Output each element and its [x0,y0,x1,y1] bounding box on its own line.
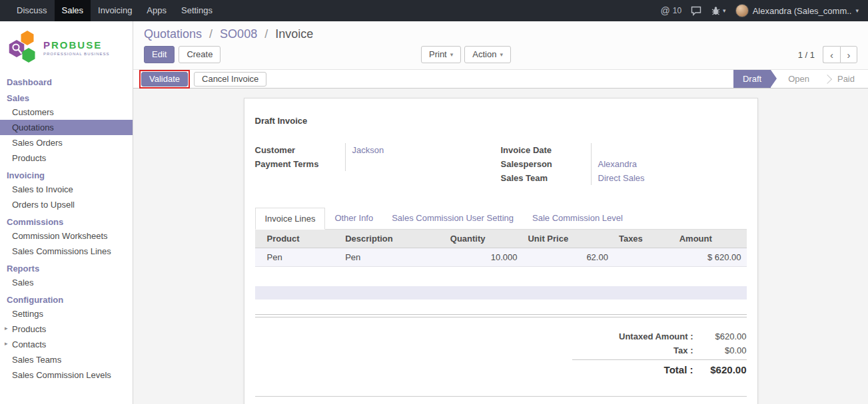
column-header-product: Product [255,230,340,248]
sidebar-item-products[interactable]: Products [0,150,133,166]
sidebar-item-label: Contacts [12,339,46,349]
mention-counter[interactable]: @ 10 [661,5,682,16]
logo-subtitle: PROFESSIONAL BUSINESS [43,52,109,56]
line-quantity: 10.000 [445,248,523,267]
breadcrumb-so008[interactable]: SO008 [220,27,257,41]
salesperson-value[interactable]: Alexandra [591,157,747,171]
caret-down-icon: ▾ [450,49,454,60]
menu-sales[interactable]: Sales [55,0,91,21]
create-button[interactable]: Create [179,46,220,63]
line-taxes [614,248,674,267]
sidebar-heading-invoicing[interactable]: Invoicing [0,169,133,182]
caret-down-icon: ▾ [500,49,503,60]
column-header-quantity: Quantity [445,230,523,248]
empty-line-band [255,286,747,300]
messages-icon[interactable] [691,6,701,16]
line-amount: $ 620.00 [674,248,747,267]
pager: 1 / 1 ‹ › [798,46,857,63]
column-header-unit-price: Unit Price [522,230,613,248]
sidebar-heading-configuration[interactable]: Configuration [0,294,133,306]
sidebar-heading-reports[interactable]: Reports [0,262,133,275]
app-window: Discuss Sales Invoicing Apps Settings @ … [0,0,868,404]
control-panel: Quotations / SO008 / Invoice Edit Create… [133,21,868,69]
breadcrumb-quotations[interactable]: Quotations [144,27,202,41]
status-paid[interactable]: Paid [819,70,864,88]
column-header-taxes: Taxes [614,230,674,248]
sidebar-heading-commissions[interactable]: Commissions [0,216,133,228]
sidebar-item-config-contacts[interactable]: ▸ Contacts [0,337,133,352]
sidebar-item-commission-worksheets[interactable]: Commission Worksheets [0,228,133,244]
invoice-state-title: Draft Invoice [255,116,747,126]
pager-previous-button[interactable]: ‹ [823,46,840,63]
mention-count: 10 [673,6,681,15]
sidebar-item-sales-commissions-lines[interactable]: Sales Commissions Lines [0,244,133,259]
sidebar-item-sales-commission-levels[interactable]: Sales Commission Levels [0,367,133,383]
tax-row: Tax : $0.00 [572,343,747,357]
expand-arrow-icon[interactable]: ▸ [5,340,8,347]
annotation-highlight: Validate [139,70,190,89]
invoice-sheet: Draft Invoice Customer Jackson Payment T… [244,98,758,404]
sidebar-heading-dashboard[interactable]: Dashboard [0,76,133,89]
user-menu[interactable]: Alexandra (Sales_comm.. ▾ [735,4,859,17]
payment-terms-field-row: Payment Terms [255,157,501,171]
logo-title: PROBUSE [43,39,109,51]
print-dropdown-button[interactable]: Print ▾ [421,46,461,63]
sidebar-item-customers[interactable]: Customers [0,104,133,120]
user-avatar [735,4,749,17]
action-dropdown-button[interactable]: Action ▾ [464,46,511,63]
status-draft[interactable]: Draft [733,70,771,88]
sidebar-item-config-products[interactable]: ▸ Products [0,321,133,337]
cp-center-buttons: Print ▾ Action ▾ [421,46,511,63]
sidebar-item-reports-sales[interactable]: Sales [0,275,133,290]
statusbar-buttons: Validate Cancel Invoice [139,70,266,89]
line-unit-price: 62.00 [522,248,613,267]
validate-button[interactable]: Validate [141,72,188,87]
totals-section: Untaxed Amount : $620.00 Tax : $0.00 Tot… [255,329,747,377]
bug-icon [711,6,721,16]
notebook-tabs: Invoice Lines Other Info Sales Commissio… [255,208,747,230]
status-open[interactable]: Open [779,70,819,88]
tab-sales-commission-user-setting[interactable]: Sales Commission User Setting [382,208,523,230]
invoice-date-value [591,143,747,157]
sidebar-item-orders-to-upsell[interactable]: Orders to Upsell [0,197,133,212]
tax-label: Tax : [572,345,693,355]
breadcrumb: Quotations / SO008 / Invoice [144,27,857,41]
total-value: $620.00 [693,364,747,375]
topbar: Discuss Sales Invoicing Apps Settings @ … [0,0,868,21]
menu-settings[interactable]: Settings [174,0,220,21]
payment-terms-label: Payment Terms [255,157,345,171]
invoice-line-row[interactable]: Pen Pen 10.000 62.00 $ 620.00 [255,248,747,267]
expand-arrow-icon[interactable]: ▸ [5,325,8,331]
breadcrumb-separator: / [264,27,268,41]
invoice-fields: Customer Jackson Payment Terms Invoice D… [255,143,747,185]
tab-sale-commission-level[interactable]: Sale Commission Level [523,208,632,230]
app-logo[interactable]: PROBUSE PROFESSIONAL BUSINESS [0,21,133,69]
footer-divider [255,396,747,397]
sidebar-item-settings[interactable]: Settings [0,306,133,321]
salesperson-label: Salesperson [501,157,591,171]
debug-menu[interactable]: ▾ [711,6,726,16]
cancel-invoice-button[interactable]: Cancel Invoice [194,72,266,87]
status-widget: Draft Open Paid [733,70,868,88]
tab-invoice-lines[interactable]: Invoice Lines [255,208,326,230]
menu-apps[interactable]: Apps [139,0,174,21]
customer-value[interactable]: Jackson [345,143,501,157]
sidebar-item-sales-teams[interactable]: Sales Teams [0,352,133,367]
left-field-group: Customer Jackson Payment Terms [255,143,501,185]
cp-left-buttons: Edit Create [144,46,220,63]
sidebar-heading-sales[interactable]: Sales [0,92,133,104]
menu-discuss[interactable]: Discuss [9,0,55,21]
sales-team-value[interactable]: Direct Sales [591,171,747,185]
sidebar-item-sales-orders[interactable]: Sales Orders [0,135,133,150]
caret-down-icon: ▾ [723,7,726,14]
untaxed-amount-label: Untaxed Amount : [572,331,693,341]
invoice-date-field-row: Invoice Date [501,143,747,157]
sidebar-item-quotations[interactable]: Quotations [0,120,133,135]
menu-invoicing[interactable]: Invoicing [91,0,139,21]
sidebar-item-sales-to-invoice[interactable]: Sales to Invoice [0,182,133,197]
tab-other-info[interactable]: Other Info [325,208,382,230]
edit-button[interactable]: Edit [144,46,175,63]
topbar-right: @ 10 ▾ Alexandra (Sales_comm.. ▾ [661,4,868,17]
customer-field-row: Customer Jackson [255,143,501,157]
pager-next-button[interactable]: › [840,46,857,63]
